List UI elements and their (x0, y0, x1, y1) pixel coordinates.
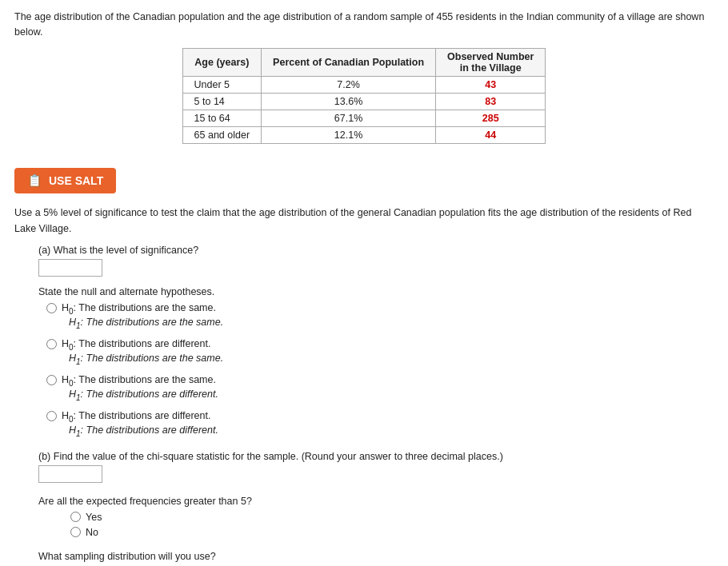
hypothesis-option-2: H0: The distributions are the same. H1: … (46, 374, 714, 402)
table-row: 15 to 64 67.1% 285 (182, 110, 546, 126)
hypothesis-h1-text-1: H1: The distributions are the same. (69, 353, 714, 366)
state-hypotheses-label: State the null and alternate hypotheses. (38, 286, 714, 297)
expected-freq-radio-1[interactable] (70, 527, 81, 537)
table-row: 65 and older 12.1% 44 (182, 126, 546, 143)
cell-age: 65 and older (182, 126, 262, 143)
use-salt-label: USE SALT (49, 174, 103, 187)
expected-freq-radio-0[interactable] (70, 512, 81, 522)
hypothesis-radio-1[interactable] (46, 339, 57, 349)
cell-age: Under 5 (182, 76, 262, 93)
expected-freq-radio-group: Yes No (70, 512, 714, 538)
table-row: 5 to 14 13.6% 83 (182, 93, 546, 110)
cell-observed: 43 (436, 76, 546, 93)
part-a-label: (a) What is the level of significance? (38, 245, 714, 256)
hypothesis-h0-text-2: H0: The distributions are the same. (62, 374, 216, 388)
cell-percent: 12.1% (262, 126, 436, 143)
hypothesis-option-0: H0: The distributions are the same. H1: … (46, 302, 714, 330)
cell-age: 5 to 14 (182, 93, 262, 110)
cell-observed: 44 (436, 126, 546, 143)
hypothesis-h1-text-2: H1: The distributions are different. (69, 389, 714, 402)
part-b-label: (b) Find the value of the chi-square sta… (38, 451, 714, 462)
salt-icon: 📋 (27, 173, 42, 188)
cell-percent: 7.2% (262, 76, 436, 93)
hypothesis-radio-2[interactable] (46, 375, 57, 385)
cell-percent: 67.1% (262, 110, 436, 126)
hypotheses-radio-group: H0: The distributions are the same. H1: … (46, 302, 714, 438)
sampling-dist-label: What sampling distribution will you use? (38, 551, 714, 562)
col-observed-header: Observed Number in the Village (436, 48, 546, 76)
expected-freq-label-1: No (86, 527, 98, 538)
hypothesis-radio-3[interactable] (46, 411, 57, 421)
expected-freq-label-0: Yes (86, 512, 102, 523)
hypothesis-option-3: H0: The distributions are different. H1:… (46, 410, 714, 438)
col-age-header: Age (years) (182, 48, 262, 76)
cell-observed: 83 (436, 93, 546, 110)
cell-percent: 13.6% (262, 93, 436, 110)
data-table-wrapper: Age (years) Percent of Canadian Populati… (14, 48, 714, 153)
use-salt-button[interactable]: 📋 USE SALT (14, 168, 116, 193)
chi-square-value-input[interactable] (38, 465, 102, 483)
hypothesis-radio-0[interactable] (46, 303, 57, 313)
expected-freq-option-1: No (70, 527, 714, 538)
significance-level-input[interactable] (38, 259, 102, 277)
age-distribution-table: Age (years) Percent of Canadian Populati… (182, 48, 546, 144)
hypothesis-h1-text-3: H1: The distributions are different. (69, 424, 714, 438)
hypothesis-option-1: H0: The distributions are different. H1:… (46, 338, 714, 366)
hypothesis-h0-text-0: H0: The distributions are the same. (62, 302, 216, 316)
table-row: Under 5 7.2% 43 (182, 76, 546, 93)
hypothesis-h0-text-1: H0: The distributions are different. (62, 338, 210, 352)
main-question-text: Use a 5% level of significance to test t… (14, 205, 714, 237)
cell-observed: 285 (436, 110, 546, 126)
hypothesis-h0-text-3: H0: The distributions are different. (62, 410, 210, 424)
cell-age: 15 to 64 (182, 110, 262, 126)
expected-freq-label: Are all the expected frequencies greater… (38, 496, 714, 507)
col-percent-header: Percent of Canadian Population (262, 48, 436, 76)
hypothesis-h1-text-0: H1: The distributions are the same. (69, 317, 714, 330)
intro-text: The age distribution of the Canadian pop… (14, 10, 714, 40)
expected-freq-option-0: Yes (70, 512, 714, 523)
